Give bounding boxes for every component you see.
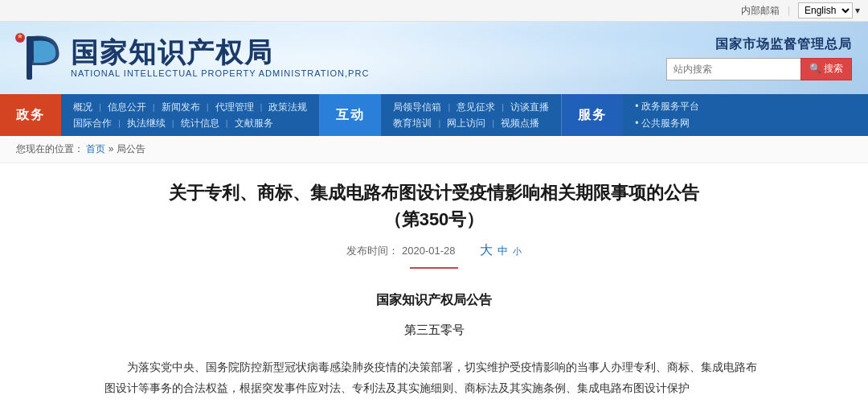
nav-link-gaikuang[interactable]: 概况 [73,101,92,114]
article-title: 关于专利、商标、集成电路布图设计受疫情影响相关期限事项的公告 （第350号） [104,179,764,233]
nav-link-tongjixinxi[interactable]: 统计信息 [181,117,219,130]
language-dropdown[interactable]: English [798,2,853,19]
font-small-btn[interactable]: 小 [513,245,522,257]
logo-area: 国家知识产权局 NATIONAL INTELLECTUAL PROPERTY A… [12,30,369,86]
nav-zhengwu-row1: 概况 | 信息公开 | 新闻发布 | 代理管理 | 政策法规 [73,101,307,114]
nav-link-julingdaoxinxiang[interactable]: 局领导信箱 [393,101,441,114]
article-title-line1: 关于专利、商标、集成电路布图设计受疫情影响相关期限事项的公告 [104,179,764,206]
breadcrumb-current: 局公告 [117,143,145,154]
header-right: 国家市场监督管理总局 🔍 搜索 [666,36,852,80]
article-title-line2: （第350号） [104,206,764,233]
logo-chinese-name: 国家知识产权局 [71,38,369,68]
nav-zhengwu-row2: 国际合作 | 执法继续 | 统计信息 | 文献服务 [73,117,307,130]
article-paragraph-1: 为落实党中央、国务院防控新型冠状病毒感染肺炎疫情的决策部署，切实维护受疫情影响的… [104,356,764,399]
nav-hudo-row2: 教育培训 | 网上访问 | 视频点播 [393,117,549,130]
nav-link-xinxigongkai[interactable]: 信息公开 [108,101,146,114]
nav-tab-hudo[interactable]: 互动 [320,94,381,136]
nav-link-shipindianbo[interactable]: 视频点播 [501,117,539,130]
logo-text: 国家知识产权局 NATIONAL INTELLECTUAL PROPERTY A… [71,38,369,77]
internal-mail-link[interactable]: 内部邮箱 [741,4,780,18]
nav-link-dailiguanli[interactable]: 代理管理 [215,101,254,114]
logo-icon [12,30,64,86]
publish-info: 发布时间： 2020-01-28 [346,244,455,258]
article-divider [410,267,458,269]
nav-hudo-row1: 局领导信箱 | 意见征求 | 访谈直播 [393,101,549,114]
nav-link-gonggongfuwuwang[interactable]: 公共服务网 [635,117,699,130]
nav-tab-zhengwu[interactable]: 政务 [0,94,61,136]
article-content: 关于专利、商标、集成电路布图设计受疫情影响相关期限事项的公告 （第350号） 发… [72,163,796,420]
dropdown-arrow-icon: ▾ [855,5,860,16]
publish-label: 发布时间： [346,245,399,257]
nav-tab-fuwu[interactable]: 服务 [562,94,623,136]
article-issue-number: 第三五零号 [104,319,764,340]
nav-link-wangshangfangwen[interactable]: 网上访问 [447,117,485,130]
search-button[interactable]: 🔍 搜索 [800,58,852,80]
top-bar-divider: | [788,5,790,16]
nav-hudo-links: 局领导信箱 | 意见征求 | 访谈直播 教育培训 | 网上访问 | 视频点播 [381,94,562,136]
breadcrumb-prefix: 您现在的位置： [16,143,84,154]
font-medium-btn[interactable]: 中 [497,244,508,258]
header: 国家知识产权局 NATIONAL INTELLECTUAL PROPERTY A… [0,22,868,94]
nav-link-zhengwufuwupingtai[interactable]: 政务服务平台 [635,100,699,113]
nav-service-links: 政务服务平台 公共服务网 [623,94,711,136]
article-body: 国家知识产权局公告 第三五零号 为落实党中央、国务院防控新型冠状病毒感染肺炎疫情… [104,289,764,399]
breadcrumb-sep1: » [108,143,117,154]
nav-link-wenxianfuwu[interactable]: 文献服务 [235,117,273,130]
font-size-controls: 大 中 小 [480,242,522,259]
nav-link-zhengcefagui[interactable]: 政策法规 [268,101,307,114]
article-meta: 发布时间： 2020-01-28 大 中 小 [104,242,764,259]
nav-link-yijianzhengqiu[interactable]: 意见征求 [457,101,495,114]
logo-english-name: NATIONAL INTELLECTUAL PROPERTY ADMINISTR… [71,68,369,78]
nav-link-xinwenfabu[interactable]: 新闻发布 [162,101,200,114]
nav-link-guojihezuo[interactable]: 国际合作 [73,117,112,130]
nav-link-jiaoyupeixun[interactable]: 教育培训 [393,117,432,130]
publish-date: 2020-01-28 [402,245,456,257]
nav-zhengwu-links: 概况 | 信息公开 | 新闻发布 | 代理管理 | 政策法规 国际合作 | 执法… [61,94,320,136]
nav-link-fangtan[interactable]: 访谈直播 [510,101,549,114]
search-input[interactable] [666,58,800,80]
article-org-title: 国家知识产权局公告 [104,289,764,312]
breadcrumb-home[interactable]: 首页 [86,143,105,154]
language-selector[interactable]: English ▾ [798,2,860,19]
nav-bar: 政务 概况 | 信息公开 | 新闻发布 | 代理管理 | 政策法规 国际合作 |… [0,94,868,136]
breadcrumb: 您现在的位置： 首页 » 局公告 [0,136,868,163]
font-large-btn[interactable]: 大 [480,242,493,259]
nav-link-zhifajixu[interactable]: 执法继续 [127,117,166,130]
parent-org-name: 国家市场监督管理总局 [715,36,852,53]
top-bar: 内部邮箱 | English ▾ [0,0,868,22]
search-box: 🔍 搜索 [666,58,852,80]
